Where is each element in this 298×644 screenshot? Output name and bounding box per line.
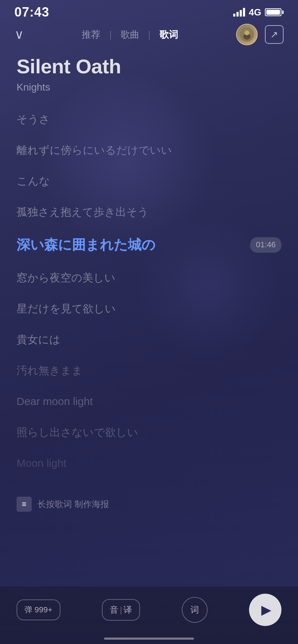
nav-separator-1: ｜ <box>106 29 115 40</box>
tab-lyrics[interactable]: 歌词 <box>154 26 184 43</box>
sound-translate-button[interactable]: 音 | 译 <box>102 599 140 621</box>
lyric-active-text: 深い森に囲まれた城の <box>17 235 155 254</box>
hint-icon-symbol: ≡ <box>22 500 27 509</box>
hint-icon: ≡ <box>17 497 32 512</box>
lyric-line[interactable]: 照らし出さないで欲しい <box>17 417 281 448</box>
bottom-toolbar: 弹 999+ 音 | 译 词 ▶ <box>0 586 298 644</box>
home-indicator <box>104 638 194 640</box>
nav-separator-2: ｜ <box>145 29 154 40</box>
toolbar-buttons: 弹 999+ 音 | 译 词 ▶ <box>17 594 281 626</box>
status-time: 07:43 <box>14 5 49 20</box>
avatar[interactable] <box>236 24 258 45</box>
song-title: Silent Oath <box>17 55 281 78</box>
song-artist: Knights <box>17 82 281 93</box>
tab-song[interactable]: 歌曲 <box>115 26 145 43</box>
lyric-line-active[interactable]: 深い森に囲まれた城の 01:46 <box>17 227 281 262</box>
play-icon: ▶ <box>261 602 271 617</box>
word-label: 词 <box>190 604 199 616</box>
lyric-line[interactable]: そうさ <box>17 104 281 135</box>
signal-icon <box>233 8 245 17</box>
lyric-line[interactable]: 汚れ無きまま <box>17 355 281 386</box>
lyric-line[interactable]: 星だけを見て欲しい <box>17 293 281 324</box>
lyric-line[interactable]: 孤独さえ抱えて歩き出そう <box>17 197 281 227</box>
word-button[interactable]: 词 <box>182 597 208 623</box>
status-right: 4G <box>233 7 284 18</box>
nav-bar: ∨ 推荐 ｜ 歌曲 ｜ 歌词 <box>0 22 298 47</box>
nav-tabs: 推荐 ｜ 歌曲 ｜ 歌词 <box>76 26 184 43</box>
collapse-button[interactable]: ∨ <box>14 27 24 42</box>
network-type: 4G <box>249 7 261 18</box>
battery-icon <box>265 8 284 16</box>
hint-text: 长按歌词 制作海报 <box>37 498 109 510</box>
danmu-icon: 弹 <box>24 604 32 615</box>
tab-recommend[interactable]: 推荐 <box>76 26 106 43</box>
lyric-timestamp: 01:46 <box>250 237 281 253</box>
lyrics-container: そうさ 離れずに傍らにいるだけでいい こんな 孤独さえ抱えて歩き出そう 深い森に… <box>0 97 298 486</box>
lyric-line[interactable]: 窓から夜空の美しい <box>17 262 281 293</box>
external-link-button[interactable] <box>265 25 284 44</box>
nav-right-buttons <box>236 24 284 45</box>
lyric-line[interactable]: Moon light <box>17 448 281 479</box>
lyric-line[interactable]: 離れずに傍らにいるだけでいい <box>17 135 281 166</box>
danmu-button[interactable]: 弹 999+ <box>17 599 60 620</box>
danmu-badge: 999+ <box>35 605 53 615</box>
bottom-hint: ≡ 长按歌词 制作海报 <box>0 493 298 518</box>
svg-point-2 <box>244 29 249 35</box>
sound-label: 音 <box>110 604 118 616</box>
play-button[interactable]: ▶ <box>249 594 281 626</box>
lyric-line[interactable]: Dear moon light <box>17 386 281 417</box>
status-bar: 07:43 4G <box>0 0 298 22</box>
translate-label: 译 <box>123 604 132 616</box>
sound-separator: | <box>120 605 122 615</box>
song-info: Silent Oath Knights <box>0 47 298 97</box>
lyric-line[interactable]: 貴女には <box>17 324 281 355</box>
lyric-line[interactable]: こんな <box>17 166 281 197</box>
